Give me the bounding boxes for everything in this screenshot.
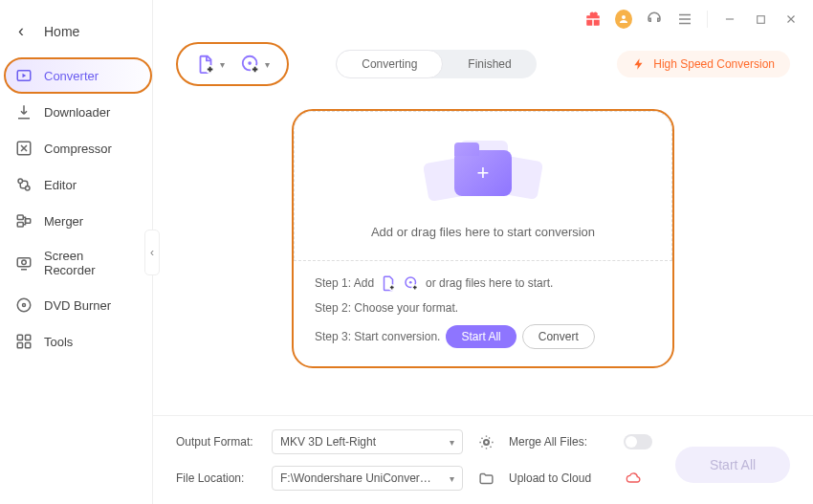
step-1-tail: or drag files here to start. [426,276,553,290]
canvas: + Add or drag files here to start conver… [153,99,813,415]
dvd-burner-icon [15,296,33,314]
dropzone-steps: Step 1: Add or drag files here to start.… [294,260,672,366]
sidebar: ‹ Home Converter Downloader Compressor [0,0,153,504]
add-file-mini-icon [380,274,397,292]
downloader-icon [15,103,33,121]
merge-label: Merge All Files: [509,435,614,449]
folder-illustration: + [426,139,540,208]
menu-icon[interactable] [676,11,693,28]
output-format-value: MKV 3D Left-Right [280,435,376,449]
divider [707,11,708,28]
tab-converting[interactable]: Converting [336,50,443,78]
output-format-label: Output Format: [176,435,262,449]
svg-rect-5 [17,223,23,228]
dropzone-area[interactable]: + Add or drag files here to start conver… [294,111,672,260]
sidebar-item-label: Editor [44,178,77,192]
minimize-button[interactable] [721,11,738,28]
back-icon[interactable]: ‹ [13,21,29,41]
sidebar-item-tools[interactable]: Tools [6,324,146,359]
converter-icon [15,67,33,84]
avatar[interactable] [615,11,632,28]
svg-rect-11 [17,335,22,340]
tab-finished[interactable]: Finished [443,50,536,78]
toolbar: ▾ ▾ Converting Finished High Speed Conve… [153,38,813,99]
dropzone: + Add or drag files here to start conver… [292,109,674,368]
sidebar-item-label: Compressor [44,142,112,156]
step-2-label: Step 2: Choose your format. [315,301,458,315]
sidebar-item-label: Tools [44,335,73,349]
output-format-select[interactable]: MKV 3D Left-Right ▾ [272,429,463,454]
step-3-label: Step 3: Start conversion. [315,330,440,343]
chevron-down-icon: ▾ [450,437,454,448]
svg-point-9 [17,298,31,312]
svg-point-8 [22,260,27,265]
sidebar-item-screen-recorder[interactable]: Screen Recorder [6,240,146,286]
sidebar-item-label: Merger [44,214,83,229]
svg-rect-6 [26,219,31,224]
add-file-button[interactable]: ▾ [195,54,225,75]
add-buttons-group: ▾ ▾ [176,42,289,86]
tools-icon [15,333,33,350]
main: ▾ ▾ Converting Finished High Speed Conve… [153,0,813,504]
add-dvd-mini-icon [403,274,420,292]
gift-icon[interactable] [584,11,602,28]
svg-rect-14 [26,343,31,348]
svg-point-10 [23,304,26,307]
start-all-mini-button[interactable]: Start All [446,325,516,348]
titlebar [153,0,813,38]
lightning-icon [632,57,646,71]
editor-icon [15,176,33,193]
merge-toggle[interactable] [624,434,652,449]
sidebar-item-converter[interactable]: Converter [6,58,146,93]
plus-icon: + [477,161,490,186]
start-all-button[interactable]: Start All [675,447,790,483]
dropzone-text: Add or drag files here to start conversi… [371,225,595,239]
sidebar-item-editor[interactable]: Editor [6,167,146,202]
support-icon[interactable] [646,11,663,28]
open-folder-icon[interactable] [472,471,499,487]
high-speed-conversion-button[interactable]: High Speed Conversion [617,51,790,77]
sidebar-item-merger[interactable]: Merger [6,204,146,238]
svg-point-3 [26,186,31,191]
file-location-value: F:\Wondershare UniConverter 1 [280,471,433,485]
step-3: Step 3: Start conversion. Start All Conv… [315,324,651,349]
step-1: Step 1: Add or drag files here to start. [315,274,651,292]
chevron-down-icon: ▾ [220,59,225,70]
add-dvd-button[interactable]: ▾ [240,54,270,75]
upload-cloud-icon[interactable] [624,471,652,486]
sidebar-item-label: Converter [44,69,99,83]
sidebar-item-downloader[interactable]: Downloader [6,95,146,129]
sidebar-item-dvd-burner[interactable]: DVD Burner [6,288,146,322]
screen-recorder-icon [15,254,33,272]
convert-mini-button[interactable]: Convert [522,324,595,349]
svg-point-22 [409,281,412,284]
step-1-label: Step 1: Add [315,276,374,290]
svg-point-18 [248,61,252,65]
close-button[interactable] [782,11,800,28]
settings-icon[interactable] [472,434,499,450]
compressor-icon [15,140,33,157]
sidebar-item-compressor[interactable]: Compressor [6,131,146,165]
cloud-label: Upload to Cloud [509,471,614,485]
sidebar-item-label: Screen Recorder [44,249,137,277]
file-location-select[interactable]: F:\Wondershare UniConverter 1 ▾ [272,466,463,491]
home-row: ‹ Home [0,10,152,58]
svg-rect-4 [17,215,23,220]
file-location-label: File Location: [176,471,262,485]
svg-point-24 [484,440,488,444]
svg-rect-7 [17,258,31,267]
folder-icon: + [454,150,512,196]
high-speed-label: High Speed Conversion [653,57,775,71]
tab-group: Converting Finished [336,50,536,78]
svg-rect-15 [757,15,764,23]
home-label[interactable]: Home [44,24,79,39]
sidebar-item-label: DVD Burner [44,298,111,313]
step-2: Step 2: Choose your format. [315,301,651,315]
chevron-down-icon: ▾ [265,59,270,70]
merger-icon [15,212,33,230]
svg-point-2 [18,179,23,184]
maximize-button[interactable] [752,11,769,28]
sidebar-item-label: Downloader [44,105,110,120]
svg-rect-12 [26,335,31,340]
svg-rect-13 [17,343,22,348]
